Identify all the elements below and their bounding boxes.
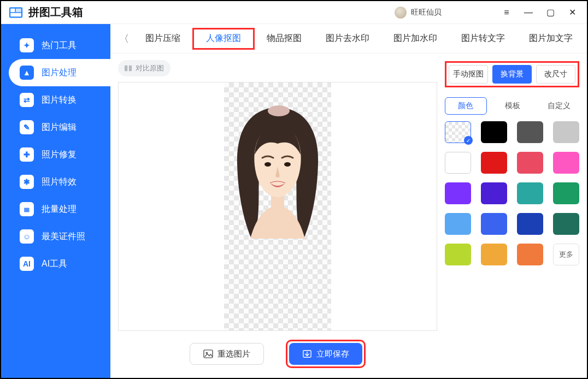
svg-point-6 [268,105,290,116]
close-button[interactable]: ✕ [567,8,577,17]
batch-icon: ≣ [20,202,34,216]
swatch-color[interactable] [517,244,543,265]
bg-tab-template[interactable]: 模板 [492,97,533,115]
photo-effect-icon: ✱ [20,175,34,189]
tab-overflow[interactable]: 马 [585,24,588,54]
bg-tab-label: 模板 [505,101,520,111]
swatch-color[interactable] [481,213,507,235]
image-process-icon: ▲ [20,66,34,80]
swatch-color[interactable] [553,213,579,235]
main: 〈 图片压缩 人像抠图 物品抠图 图片去水印 图片加水印 图片转文字 图片加文字… [110,24,587,378]
sidebar-item-id-photo[interactable]: ☺ 最美证件照 [1,223,110,250]
sidebar-item-photo-repair[interactable]: ✚ 照片修复 [1,141,110,168]
title-bar: 拼图工具箱 旺旺仙贝 ≡ — ▢ ✕ [1,1,587,24]
photo-repair-icon: ✚ [20,147,34,162]
compare-original-button[interactable]: 对比原图 [118,60,170,76]
resize-button[interactable]: 改尺寸 [536,65,575,84]
save-button[interactable]: 立即保存 [289,343,362,365]
tab-compress[interactable]: 图片压缩 [133,24,192,54]
sidebar-item-ai-tools[interactable]: AI AI工具 [1,250,110,277]
svg-rect-1 [10,8,15,12]
tab-label: 图片去水印 [326,33,369,44]
swatch-color[interactable] [553,152,579,174]
user-avatar-icon [395,7,407,19]
user-area[interactable]: 旺旺仙贝 [395,7,442,19]
swatch-color[interactable] [481,121,507,143]
tab-remove-watermark[interactable]: 图片去水印 [314,24,381,54]
save-label: 立即保存 [316,349,349,359]
swatch-color[interactable] [445,244,471,265]
sidebar-item-image-convert[interactable]: ⇄ 图片转换 [1,86,110,114]
mode-row: 手动抠图 换背景 改尺寸 [449,65,575,84]
sidebar-item-label: 照片修复 [42,149,77,161]
swatch-color[interactable] [517,152,543,174]
swatch-color[interactable] [517,121,543,143]
tab-add-text[interactable]: 图片加文字 [517,24,585,54]
swatch-color[interactable] [481,152,507,174]
bg-tab-custom[interactable]: 自定义 [538,97,579,115]
tab-label: 人像抠图 [206,33,241,44]
svg-rect-3 [10,13,21,16]
body: ✦ 热门工具 ▲ 图片处理 ⇄ 图片转换 ✎ 图片编辑 ✚ 照片修复 ✱ 照片特… [1,24,587,378]
tab-add-watermark[interactable]: 图片加水印 [381,24,449,54]
compare-icon [125,64,132,72]
swatch-color[interactable] [553,121,579,143]
sidebar-item-label: 照片特效 [42,176,77,188]
change-bg-button[interactable]: 换背景 [492,65,532,84]
sidebar-item-image-edit[interactable]: ✎ 图片编辑 [1,114,110,141]
app-window: 拼图工具箱 旺旺仙贝 ≡ — ▢ ✕ ✦ 热门工具 ▲ 图片处理 ⇄ 图片 [0,0,588,379]
manual-cutout-button[interactable]: 手动抠图 [449,65,488,84]
swatch-color[interactable] [445,213,471,235]
sidebar-item-label: 最美证件照 [42,231,85,242]
more-colors-button[interactable]: 更多 [553,244,579,265]
swatch-color[interactable] [517,182,543,204]
svg-rect-4 [125,66,127,72]
swatch-color[interactable] [517,213,543,235]
reselect-image-button[interactable]: 重选图片 [190,343,264,365]
mode-label: 手动抠图 [453,69,484,79]
svg-point-9 [284,162,291,167]
svg-rect-5 [129,66,132,72]
swatch-transparent[interactable]: ✓ [445,121,471,143]
mode-row-highlight: 手动抠图 换背景 改尺寸 [445,61,579,87]
menu-button[interactable]: ≡ [502,8,511,17]
window-controls: ≡ — ▢ ✕ [502,8,577,17]
tab-ocr[interactable]: 图片转文字 [449,24,517,54]
check-icon: ✓ [464,136,473,145]
tab-portrait-cutout[interactable]: 人像抠图 [192,28,255,50]
app-logo-icon [9,7,23,19]
sidebar-item-image-process[interactable]: ▲ 图片处理 [9,59,110,86]
save-button-highlight: 立即保存 [286,340,366,368]
sidebar-item-label: 图片处理 [42,67,77,79]
sidebar-item-batch[interactable]: ≣ 批量处理 [1,196,110,223]
ai-tools-icon: AI [20,257,34,271]
canvas-column: 对比原图 [110,54,445,378]
action-row: 重选图片 立即保存 [118,331,437,371]
right-panel: 手动抠图 换背景 改尺寸 颜色 模板 自定义 ✓更多 [445,54,587,378]
maximize-button[interactable]: ▢ [545,8,555,17]
sidebar: ✦ 热门工具 ▲ 图片处理 ⇄ 图片转换 ✎ 图片编辑 ✚ 照片修复 ✱ 照片特… [1,24,110,378]
bg-tab-row: 颜色 模板 自定义 [445,97,579,115]
reselect-label: 重选图片 [217,349,250,359]
tab-back-button[interactable]: 〈 [119,32,129,46]
swatch-color[interactable] [481,182,507,204]
swatch-white[interactable] [445,152,471,174]
tab-label: 图片转文字 [461,33,505,44]
portrait-image [228,98,327,245]
minimize-button[interactable]: — [524,8,533,17]
sidebar-item-label: 批量处理 [42,204,77,215]
sidebar-item-hot-tools[interactable]: ✦ 热门工具 [1,32,110,59]
swatch-color[interactable] [553,182,579,204]
sidebar-item-label: AI工具 [42,258,67,270]
tab-label: 图片加水印 [393,33,437,44]
tab-bar: 〈 图片压缩 人像抠图 物品抠图 图片去水印 图片加水印 图片转文字 图片加文字… [110,24,587,54]
swatch-color[interactable] [445,182,471,204]
app-title: 拼图工具箱 [28,5,83,20]
image-convert-icon: ⇄ [20,93,34,107]
tab-label: 图片加文字 [529,33,573,44]
bg-tab-color[interactable]: 颜色 [445,97,487,115]
tab-object-cutout[interactable]: 物品抠图 [255,24,314,54]
sidebar-item-label: 图片转换 [42,94,77,106]
sidebar-item-photo-effect[interactable]: ✱ 照片特效 [1,168,110,196]
swatch-color[interactable] [481,244,507,265]
